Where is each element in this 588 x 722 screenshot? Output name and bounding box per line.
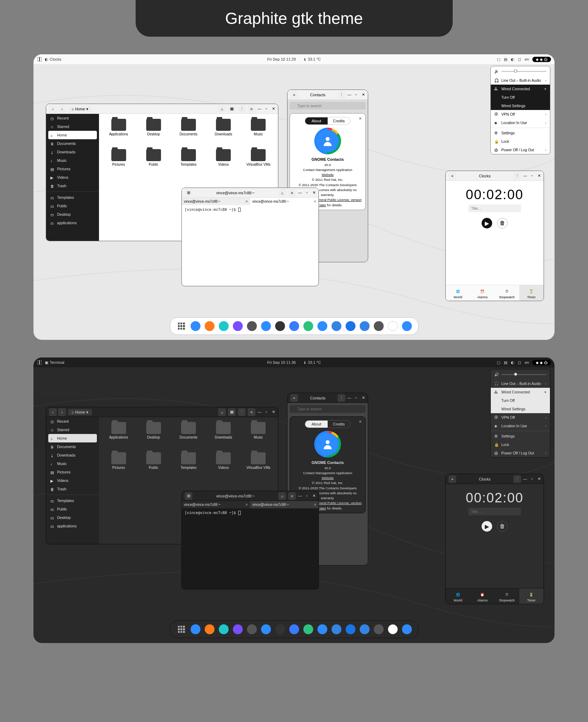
folder-virtualbox-vms[interactable]: VirtualBox VMs — [242, 149, 274, 177]
folder-documents[interactable]: Documents — [172, 422, 204, 449]
sidebar-item-applications[interactable]: 🗀applications — [46, 219, 99, 227]
tray-icon[interactable]: ◐ — [511, 57, 514, 62]
dock-app-1[interactable] — [191, 624, 200, 634]
close-icon[interactable]: ✕ — [314, 200, 316, 203]
search-input[interactable] — [290, 102, 366, 110]
hamburger-icon[interactable]: ≡ — [288, 492, 296, 500]
dock-app-5[interactable] — [247, 321, 257, 331]
system-tray[interactable]: ◆ ◉ ⏻ — [532, 360, 551, 365]
sidebar-item-trash[interactable]: 🗑Trash — [46, 182, 99, 190]
forward-button[interactable]: › — [58, 408, 66, 416]
dock-app-13[interactable] — [360, 321, 370, 331]
folder-desktop[interactable]: Desktop — [137, 119, 169, 146]
active-app-name[interactable]: Clocks — [50, 57, 61, 61]
credits-tab[interactable]: Credits — [328, 421, 350, 428]
minimize-button[interactable]: — — [523, 173, 527, 178]
lock-row[interactable]: 🔒Lock — [491, 137, 550, 146]
dock-app-16[interactable] — [402, 624, 412, 634]
tray-icon[interactable]: ▢ — [497, 360, 500, 365]
hamburger-icon[interactable]: ≡ — [288, 189, 296, 197]
add-button[interactable]: + — [448, 475, 456, 483]
folder-downloads[interactable]: Downloads — [208, 422, 240, 449]
dock-app-10[interactable] — [317, 624, 327, 634]
dock-app-11[interactable] — [332, 321, 341, 331]
sidebar-item-pictures[interactable]: ▤Pictures — [46, 165, 99, 173]
new-tab-button[interactable]: ⊞ — [185, 492, 192, 500]
active-app-name[interactable]: Terminal — [50, 360, 64, 365]
add-button[interactable]: + — [290, 91, 298, 99]
close-icon[interactable]: ✕ — [314, 503, 316, 507]
datetime[interactable]: Fri Sep 10 11:29 — [267, 57, 296, 61]
maximize-button[interactable]: ▫ — [265, 106, 268, 111]
credits-tab[interactable]: Credits — [328, 117, 350, 124]
terminal-tab[interactable]: vince@vince-ms7c88:~✕ — [182, 501, 250, 508]
tray-icon[interactable]: ◻ — [518, 360, 521, 365]
hamburger-icon[interactable]: ≡ — [248, 408, 255, 416]
location-row[interactable]: ◈Location In Use› — [491, 422, 550, 430]
sidebar-item-desktop[interactable]: 🗀Desktop — [46, 210, 99, 219]
folder-downloads[interactable]: Downloads — [208, 119, 240, 146]
vpn-row[interactable]: ⦿VPN Off› — [491, 413, 550, 422]
close-button[interactable]: ✕ — [361, 92, 365, 97]
location-bar[interactable]: ⌂ Home ▾ — [68, 106, 92, 112]
dock-app-6[interactable] — [261, 624, 271, 634]
maximize-button[interactable]: ▫ — [530, 173, 534, 178]
sidebar-item-videos[interactable]: ▶Videos — [46, 476, 99, 485]
clocks-tab-world[interactable]: 🌐World — [446, 285, 470, 301]
folder-applications[interactable]: Applications — [103, 422, 135, 449]
tray-icon[interactable]: ◻ — [518, 57, 521, 62]
minimize-button[interactable]: — — [298, 190, 302, 195]
about-tab[interactable]: About — [305, 421, 328, 428]
dock-app-15[interactable] — [388, 624, 398, 634]
system-tray[interactable]: ◆ ◉ ⏻ — [532, 57, 551, 62]
back-button[interactable]: ‹ — [49, 105, 57, 113]
sidebar-item-public[interactable]: 🗀Public — [46, 505, 99, 513]
maximize-button[interactable]: ▫ — [305, 494, 309, 498]
close-button[interactable]: ✕ — [537, 173, 541, 178]
network-row[interactable]: 🖧Wired Connected▾ — [491, 388, 550, 396]
website-link[interactable]: Website — [293, 172, 363, 177]
menu-button[interactable]: ⋮ — [338, 91, 345, 99]
dock-app-12[interactable] — [346, 321, 355, 331]
view-grid-icon[interactable]: ▦ — [228, 408, 236, 416]
lang-indicator[interactable]: en — [525, 57, 529, 61]
activities-icon[interactable] — [37, 57, 42, 62]
sidebar-item-downloads[interactable]: ⭳Downloads — [46, 148, 99, 156]
sidebar-item-documents[interactable]: 🗎Documents — [46, 442, 99, 451]
vpn-row[interactable]: ⦿VPN Off› — [491, 110, 550, 118]
net-settings[interactable]: Wired Settings — [491, 405, 550, 413]
location-row[interactable]: ◈Location In Use› — [491, 118, 550, 127]
tray-icon[interactable]: ▤ — [504, 57, 507, 62]
view-options-icon[interactable]: ⋮ — [238, 105, 246, 113]
search-icon[interactable]: ⌕ — [218, 105, 226, 113]
search-icon[interactable]: ⌕ — [278, 189, 286, 197]
dock-app-1[interactable] — [191, 321, 200, 331]
folder-videos[interactable]: Videos — [208, 452, 240, 480]
dock-app-8[interactable] — [289, 321, 299, 331]
dock-app-4[interactable] — [233, 624, 243, 634]
timer-title-input[interactable] — [468, 204, 521, 212]
new-tab-button[interactable]: ⊞ — [185, 189, 192, 197]
maximize-button[interactable]: ▫ — [305, 190, 309, 195]
dock-app-13[interactable] — [360, 624, 370, 634]
close-icon[interactable]: ✕ — [245, 503, 248, 507]
sidebar-item-documents[interactable]: 🗎Documents — [46, 139, 99, 148]
dock-app-16[interactable] — [402, 321, 412, 331]
minimize-button[interactable]: — — [258, 410, 261, 414]
forward-button[interactable]: › — [58, 105, 66, 113]
sidebar-item-downloads[interactable]: ⭳Downloads — [46, 451, 99, 459]
sidebar-item-music[interactable]: ♪Music — [46, 459, 99, 468]
sidebar-item-trash[interactable]: 🗑Trash — [46, 485, 99, 493]
view-grid-icon[interactable]: ▦ — [228, 105, 236, 113]
power-row[interactable]: ⏻Power Off / Log Out› — [491, 449, 550, 457]
folder-pictures[interactable]: Pictures — [103, 149, 135, 177]
folder-documents[interactable]: Documents — [172, 119, 204, 146]
clocks-tab-timer[interactable]: ⏳Timer — [519, 285, 544, 301]
volume-slider[interactable] — [501, 374, 546, 375]
maximize-button[interactable]: ▫ — [354, 396, 358, 400]
maximize-button[interactable]: ▫ — [354, 92, 358, 97]
folder-public[interactable]: Public — [137, 149, 169, 177]
delete-button[interactable]: 🗑 — [497, 218, 508, 228]
close-button[interactable]: ✕ — [537, 477, 541, 481]
minimize-button[interactable]: — — [347, 396, 351, 400]
